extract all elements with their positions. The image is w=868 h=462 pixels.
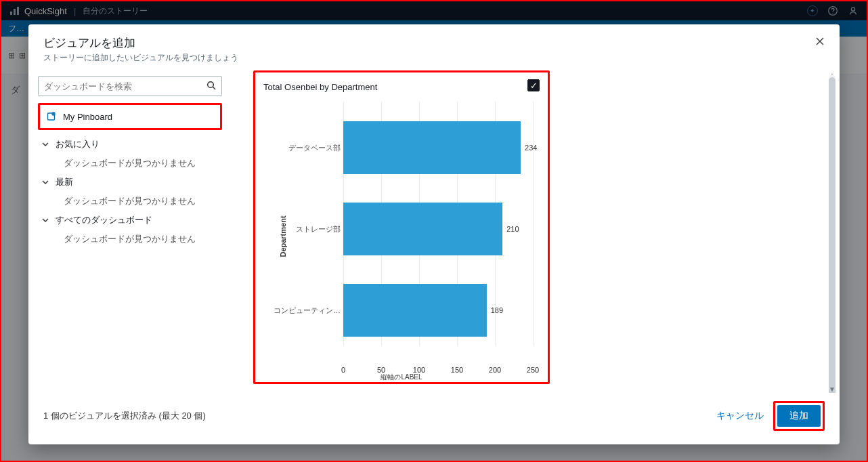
modal-subtitle: ストーリーに追加したいビジュアルを見つけましょう <box>43 52 825 64</box>
pinboard-icon <box>45 110 58 123</box>
search-box[interactable] <box>38 76 222 96</box>
y-axis-label: Department <box>279 215 287 257</box>
sidebar-group-favorites[interactable]: お気に入り <box>38 134 222 154</box>
y-category-label: ストレージ部 <box>267 225 341 233</box>
close-icon <box>815 37 825 46</box>
scroll-down-icon[interactable]: ▼ <box>829 385 836 393</box>
group-empty: ダッシュボードが見つかりません <box>38 192 222 210</box>
svg-point-6 <box>208 81 214 87</box>
group-label: お気に入り <box>56 138 100 150</box>
chevron-down-icon <box>41 140 50 149</box>
selected-check-icon[interactable]: ✓ <box>527 79 540 91</box>
cancel-button[interactable]: キャンセル <box>716 410 764 422</box>
visual-card[interactable]: ✓ Total Osenbei by Department Department… <box>253 70 550 384</box>
visual-picker-main: ✓ Total Osenbei by Department Department… <box>232 70 840 393</box>
group-empty: ダッシュボードが見つかりません <box>38 230 222 248</box>
svg-point-9 <box>53 113 54 114</box>
modal-title: ビジュアルを追加 <box>43 35 825 51</box>
chevron-down-icon <box>41 215 50 225</box>
bar-value-label: 234 <box>525 144 537 152</box>
bar <box>343 284 487 337</box>
search-input[interactable] <box>44 81 207 91</box>
scrollbar[interactable]: ▲ ▼ <box>829 75 836 389</box>
chevron-down-icon <box>41 177 50 187</box>
bar-value-label: 189 <box>491 306 503 314</box>
scroll-thumb[interactable] <box>829 77 836 393</box>
y-category-label: データベース部 <box>267 144 341 152</box>
bar-value-label: 210 <box>506 225 519 233</box>
add-visual-modal: ビジュアルを追加 ストーリーに追加したいビジュアルを見つけましょう <box>28 24 840 444</box>
sidebar-group-all[interactable]: すべてのダッシュボード <box>38 210 222 230</box>
chart: Department 050100150200250データベース部234ストレー… <box>263 98 540 375</box>
gridline <box>533 102 534 345</box>
bar <box>343 121 521 174</box>
x-axis-label-clipped: 縦軸のLABEL <box>263 373 540 382</box>
add-button[interactable]: 追加 <box>777 405 821 427</box>
group-label: すべてのダッシュボード <box>56 214 152 226</box>
close-button[interactable] <box>812 34 827 49</box>
pinboard-label: My Pinboard <box>63 112 112 122</box>
group-empty: ダッシュボードが見つかりません <box>38 154 222 172</box>
bar <box>343 203 502 255</box>
sidebar-item-pinboard[interactable]: My Pinboard <box>38 103 222 130</box>
modal-backdrop: ビジュアルを追加 ストーリーに追加したいビジュアルを見つけましょう <box>1 1 867 461</box>
y-category-label: コンピューティン… <box>267 306 341 314</box>
selection-count: 1 個のビジュアルを選択済み (最大 20 個) <box>43 410 206 422</box>
sidebar-group-recent[interactable]: 最新 <box>38 172 222 192</box>
sidebar: My Pinboard お気に入り ダッシュボードが見つかりません 最新 ダッシ… <box>28 70 232 393</box>
group-label: 最新 <box>56 176 73 188</box>
chart-title: Total Osenbei by Department <box>263 82 540 92</box>
search-icon <box>207 81 216 92</box>
